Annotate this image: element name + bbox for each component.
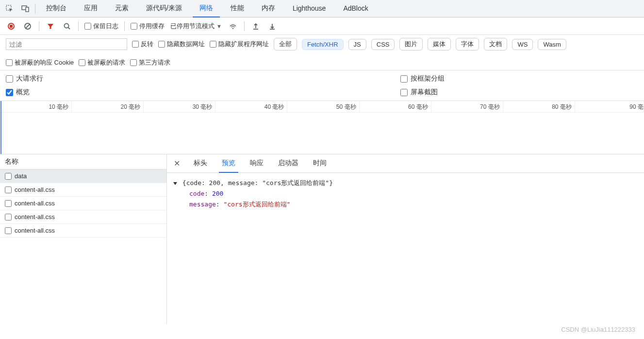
timeline-tick: 60 毫秒 xyxy=(360,101,431,112)
throttling-select[interactable]: 已停用节流模式 ▼ xyxy=(170,22,222,31)
type-img[interactable]: 图片 xyxy=(399,38,423,51)
preview-key: message xyxy=(189,201,216,208)
filter-input[interactable] xyxy=(6,38,127,50)
detail-tabs: ✕ 标头 预览 响应 启动器 时间 xyxy=(167,154,644,173)
type-media[interactable]: 媒体 xyxy=(428,38,451,51)
network-filter-bar: 反转 隐藏数据网址 隐藏扩展程序网址 全部 Fetch/XHR JS CSS 图… xyxy=(0,35,644,70)
svg-line-6 xyxy=(26,24,30,28)
request-name: content-all.css xyxy=(15,227,55,234)
third-party-label: 第三方请求 xyxy=(139,58,170,67)
watermark: CSDN @LiuJia111222333 xyxy=(561,326,635,333)
detail-tab-response[interactable]: 响应 xyxy=(247,154,266,173)
request-row[interactable]: content-all.css xyxy=(0,183,166,197)
tab-sources[interactable]: 源代码/来源 xyxy=(139,0,189,17)
hide-data-urls-checkbox[interactable]: 隐藏数据网址 xyxy=(158,40,205,49)
filter-icon[interactable] xyxy=(45,21,56,32)
network-toolbar: 保留日志 停用缓存 已停用节流模式 ▼ xyxy=(0,17,644,35)
detail-tab-initiator[interactable]: 启动器 xyxy=(275,154,301,173)
expand-arrow-icon[interactable] xyxy=(173,182,177,185)
request-row[interactable]: content-all.css xyxy=(0,197,166,210)
detail-tab-headers[interactable]: 标头 xyxy=(191,154,210,173)
svg-point-7 xyxy=(65,23,69,28)
clear-icon[interactable] xyxy=(22,21,33,32)
overview-checkbox[interactable]: 概览 xyxy=(6,88,400,97)
network-timeline[interactable]: 10 毫秒 20 毫秒 30 毫秒 40 毫秒 50 毫秒 60 毫秒 70 毫… xyxy=(0,101,644,154)
detail-tab-preview[interactable]: 预览 xyxy=(219,154,238,173)
divider xyxy=(78,21,79,31)
preview-property: code: 200 xyxy=(189,188,637,199)
preview-summary-line[interactable]: {code: 200, message: "cors形式返回给前端"} xyxy=(174,178,637,188)
tab-lighthouse[interactable]: Lighthouse xyxy=(286,0,333,17)
request-row[interactable]: content-all.css xyxy=(0,210,166,224)
tab-elements[interactable]: 元素 xyxy=(108,0,135,17)
type-doc[interactable]: 文档 xyxy=(484,38,507,51)
type-fetch-xhr[interactable]: Fetch/XHR xyxy=(302,39,344,50)
preserve-log-checkbox[interactable]: 保留日志 xyxy=(84,22,118,31)
blocked-cookies-checkbox[interactable]: 被屏蔽的响应 Cookie xyxy=(6,58,74,67)
tab-network[interactable]: 网络 xyxy=(193,0,220,17)
request-list-header: 名称 xyxy=(0,154,166,170)
timeline-tick: 50 毫秒 xyxy=(287,101,359,112)
tab-memory[interactable]: 内存 xyxy=(255,0,282,17)
hide-ext-label: 隐藏扩展程序网址 xyxy=(218,40,269,49)
type-css[interactable]: CSS xyxy=(371,39,395,50)
request-list-pane: 名称 data content-all.css content-all.css … xyxy=(0,154,167,324)
invert-checkbox[interactable]: 反转 xyxy=(132,40,153,49)
divider xyxy=(39,21,39,31)
search-icon[interactable] xyxy=(62,21,72,32)
svg-line-8 xyxy=(68,27,70,29)
invert-label: 反转 xyxy=(141,40,153,49)
type-js[interactable]: JS xyxy=(348,39,366,50)
timeline-ticks: 10 毫秒 20 毫秒 30 毫秒 40 毫秒 50 毫秒 60 毫秒 70 毫… xyxy=(0,101,644,113)
disable-cache-checkbox[interactable]: 停用缓存 xyxy=(131,22,165,31)
tab-console[interactable]: 控制台 xyxy=(39,0,73,17)
request-row[interactable]: content-all.css xyxy=(0,224,166,237)
blocked-requests-checkbox[interactable]: 被屏蔽的请求 xyxy=(79,58,125,67)
download-icon[interactable] xyxy=(267,21,278,32)
hide-extension-urls-checkbox[interactable]: 隐藏扩展程序网址 xyxy=(210,40,269,49)
third-party-checkbox[interactable]: 第三方请求 xyxy=(130,58,170,67)
request-name: data xyxy=(15,172,27,180)
blocked-requests-label: 被屏蔽的请求 xyxy=(87,58,125,67)
inspect-icon[interactable] xyxy=(4,3,16,15)
timeline-tick: 90 毫 xyxy=(575,101,644,112)
request-name: content-all.css xyxy=(15,186,55,193)
tab-performance[interactable]: 性能 xyxy=(224,0,251,17)
timeline-tick: 40 毫秒 xyxy=(215,101,287,112)
preview-key: code xyxy=(189,190,204,197)
timeline-marker xyxy=(0,101,1,154)
preview-value: 200 xyxy=(212,190,223,197)
type-ws[interactable]: WS xyxy=(512,39,533,50)
tab-adblock[interactable]: AdBlock xyxy=(336,0,375,17)
chevron-down-icon: ▼ xyxy=(216,23,222,29)
tab-application[interactable]: 应用 xyxy=(77,0,104,17)
type-wasm[interactable]: Wasm xyxy=(538,39,566,50)
wifi-icon[interactable] xyxy=(228,21,238,32)
devtools-tabs-bar: 控制台 应用 元素 源代码/来源 网络 性能 内存 Lighthouse AdB… xyxy=(0,0,644,17)
detail-tab-timing[interactable]: 时间 xyxy=(310,154,330,173)
divider xyxy=(35,4,35,14)
large-rows-checkbox[interactable]: 大请求行 xyxy=(6,74,400,83)
preview-value: "cors形式返回给前端" xyxy=(223,201,290,208)
network-options-bar: 大请求行 概览 按框架分组 屏幕截图 xyxy=(0,70,644,101)
close-icon[interactable]: ✕ xyxy=(172,157,182,170)
screenshots-checkbox[interactable]: 屏幕截图 xyxy=(400,88,638,97)
timeline-tick: 20 毫秒 xyxy=(72,101,144,112)
network-detail-split: 名称 data content-all.css content-all.css … xyxy=(0,154,644,324)
hide-data-label: 隐藏数据网址 xyxy=(167,40,205,49)
svg-point-9 xyxy=(232,28,233,29)
group-by-frame-checkbox[interactable]: 按框架分组 xyxy=(400,74,638,83)
upload-icon[interactable] xyxy=(250,21,261,32)
type-all[interactable]: 全部 xyxy=(274,38,297,51)
request-row[interactable]: data xyxy=(0,170,166,183)
group-by-frame-label: 按框架分组 xyxy=(411,74,445,83)
throttling-label: 已停用节流模式 xyxy=(170,22,215,31)
timeline-tick: 80 毫秒 xyxy=(503,101,575,112)
device-toolbar-icon[interactable] xyxy=(19,3,31,15)
record-icon[interactable] xyxy=(6,21,17,32)
preview-property: message: "cors形式返回给前端" xyxy=(189,199,637,210)
request-name: content-all.css xyxy=(15,200,55,207)
preserve-log-label: 保留日志 xyxy=(93,22,118,31)
type-font[interactable]: 字体 xyxy=(456,38,479,51)
request-name: content-all.css xyxy=(15,213,55,220)
